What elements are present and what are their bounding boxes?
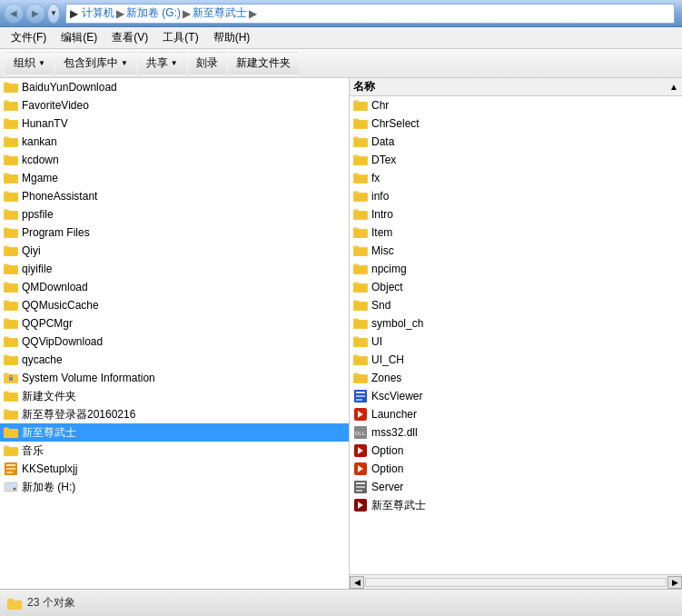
menu-item-2[interactable]: 查看(V): [104, 28, 155, 47]
svg-rect-32: [5, 266, 17, 273]
svg-rect-47: [5, 357, 17, 364]
svg-rect-118: [354, 375, 367, 383]
dropdown-button[interactable]: ▼: [47, 4, 60, 24]
svg-rect-29: [5, 248, 17, 255]
left-item-16[interactable]: System Volume Information: [0, 369, 349, 387]
left-item-6[interactable]: PhoneAssistant: [0, 187, 349, 205]
file-icon: [353, 135, 368, 148]
left-item-17[interactable]: 新建文件夹: [0, 387, 349, 405]
item-label: QMDownload: [22, 281, 88, 293]
right-item-14[interactable]: UI_CH: [350, 351, 682, 369]
right-item-8[interactable]: Misc: [350, 242, 682, 260]
left-item-2[interactable]: HunanTV: [0, 114, 349, 133]
svg-rect-121: [356, 395, 365, 397]
right-item-5[interactable]: info: [350, 187, 682, 205]
right-item-20[interactable]: Option: [350, 460, 682, 478]
left-item-4[interactable]: kcdown: [0, 151, 349, 169]
right-item-2[interactable]: Data: [350, 133, 682, 151]
left-item-11[interactable]: QMDownload: [0, 278, 349, 296]
svg-rect-49: [4, 373, 9, 376]
right-item-16[interactable]: KscViewer: [350, 387, 682, 405]
new-folder-button[interactable]: 新建文件夹: [228, 52, 299, 75]
svg-rect-137: [7, 601, 22, 610]
sort-arrow: ▲: [669, 82, 678, 92]
left-item-13[interactable]: QQPCMgr: [0, 314, 349, 333]
left-pane-scroll[interactable]: BaiduYunDownload FavoriteVideo HunanTV k…: [0, 78, 349, 589]
include-library-button[interactable]: 包含到库中 ▼: [55, 52, 136, 75]
item-label: 音乐: [22, 443, 44, 459]
file-icon: [353, 443, 368, 458]
right-item-9[interactable]: npcimg: [350, 260, 682, 278]
right-item-15[interactable]: Zones: [350, 369, 682, 387]
hscroll-left[interactable]: ◀: [350, 576, 364, 589]
svg-rect-66: [6, 468, 15, 470]
menu-item-0[interactable]: 文件(F): [4, 28, 54, 47]
file-icon: [353, 281, 368, 293]
right-item-4[interactable]: fx: [350, 169, 682, 187]
item-label: kankan: [22, 135, 57, 148]
organize-button[interactable]: 组织 ▼: [5, 52, 54, 75]
right-item-7[interactable]: Item: [350, 224, 682, 242]
right-item-3[interactable]: DTex: [350, 151, 682, 169]
right-item-18[interactable]: DLL mss32.dll: [350, 423, 682, 442]
svg-rect-26: [5, 230, 17, 237]
left-item-21[interactable]: KKSetuplxjj: [0, 460, 349, 478]
menu-item-1[interactable]: 编辑(E): [54, 28, 104, 47]
right-item-12[interactable]: symbol_ch: [350, 314, 682, 333]
right-item-1[interactable]: ChrSelect: [350, 114, 682, 133]
folder-icon: [4, 462, 18, 476]
left-item-12[interactable]: QQMusicCache: [0, 296, 349, 314]
left-item-15[interactable]: qycache: [0, 351, 349, 369]
file-icon: [353, 226, 368, 239]
menu-item-4[interactable]: 帮助(H): [206, 28, 258, 47]
right-item-21[interactable]: Server: [350, 478, 682, 496]
left-item-22[interactable]: 新加卷 (H:): [0, 478, 349, 496]
svg-rect-63: [5, 448, 17, 455]
burn-button[interactable]: 刻录: [188, 52, 226, 75]
right-item-10[interactable]: Object: [350, 278, 682, 296]
right-item-11[interactable]: Snd: [350, 296, 682, 314]
left-item-7[interactable]: ppsfile: [0, 205, 349, 224]
right-item-22[interactable]: 新至尊武士: [350, 496, 682, 514]
forward-button[interactable]: ▶: [25, 4, 45, 24]
share-button[interactable]: 共享 ▼: [138, 52, 186, 75]
right-pane-header: 名称 ▲: [350, 78, 682, 96]
left-item-8[interactable]: Program Files: [0, 224, 349, 242]
horizontal-scrollbar[interactable]: ◀ ▶: [350, 574, 682, 589]
svg-rect-133: [356, 486, 365, 488]
organize-dropdown-arrow: ▼: [38, 59, 45, 67]
svg-rect-54: [5, 393, 17, 401]
back-button[interactable]: ◀: [4, 4, 24, 24]
file-icon: [353, 480, 368, 494]
left-item-0[interactable]: BaiduYunDownload: [0, 78, 349, 96]
left-item-18[interactable]: 新至尊登录器20160216: [0, 405, 349, 423]
file-icon: [353, 190, 368, 203]
svg-rect-100: [354, 266, 367, 273]
file-icon: [353, 99, 368, 112]
left-item-19[interactable]: 新至尊武士: [0, 423, 349, 442]
address-bar[interactable]: ▶ 计算机 ▶ 新加卷 (G:) ▶ 新至尊武士 ▶: [65, 4, 675, 24]
folder-icon: [4, 299, 18, 312]
item-label: Mgame: [22, 172, 58, 184]
left-item-1[interactable]: FavoriteVideo: [0, 96, 349, 114]
left-item-14[interactable]: QQVipDownload: [0, 333, 349, 351]
right-item-0[interactable]: Chr: [350, 96, 682, 114]
left-item-3[interactable]: kankan: [0, 133, 349, 151]
item-label: DTex: [371, 154, 396, 166]
right-pane-scroll[interactable]: Chr ChrSelect Data DTex fx info Intro It…: [350, 96, 682, 574]
svg-rect-103: [354, 284, 367, 292]
hscroll-right[interactable]: ▶: [667, 576, 682, 589]
address-computer: 计算机: [82, 5, 114, 21]
right-item-6[interactable]: Intro: [350, 205, 682, 224]
item-label: FavoriteVideo: [22, 99, 89, 112]
svg-text:DLL: DLL: [355, 431, 366, 436]
right-item-17[interactable]: Launcher: [350, 405, 682, 423]
svg-rect-122: [356, 399, 362, 401]
left-item-20[interactable]: 音乐: [0, 442, 349, 460]
right-item-13[interactable]: UI: [350, 333, 682, 351]
left-item-9[interactable]: Qiyi: [0, 242, 349, 260]
left-item-10[interactable]: qiyifile: [0, 260, 349, 278]
left-item-5[interactable]: Mgame: [0, 169, 349, 187]
right-item-19[interactable]: Option: [350, 442, 682, 460]
menu-item-3[interactable]: 工具(T): [155, 28, 205, 47]
